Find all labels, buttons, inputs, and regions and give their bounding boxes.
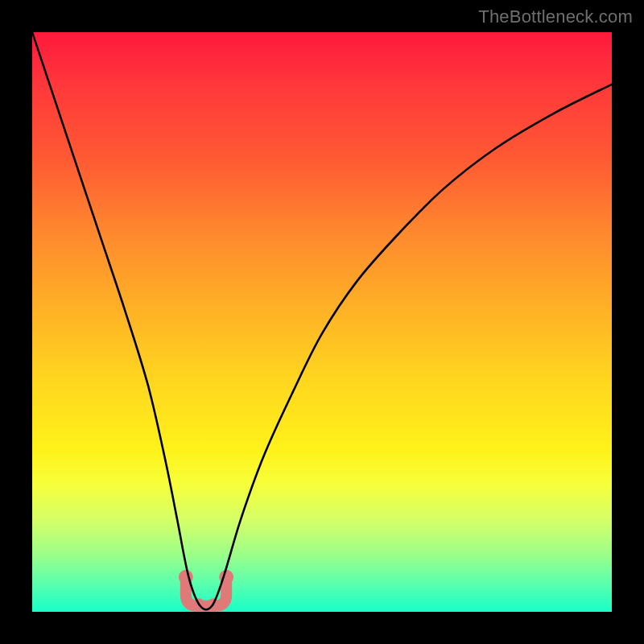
plot-area: [32, 32, 612, 612]
chart-svg: [32, 32, 612, 612]
bottleneck-curve: [32, 32, 612, 609]
watermark-text: TheBottleneck.com: [478, 6, 633, 27]
chart-frame: TheBottleneck.com: [0, 0, 644, 644]
sweet-spot-bracket: [179, 570, 233, 609]
